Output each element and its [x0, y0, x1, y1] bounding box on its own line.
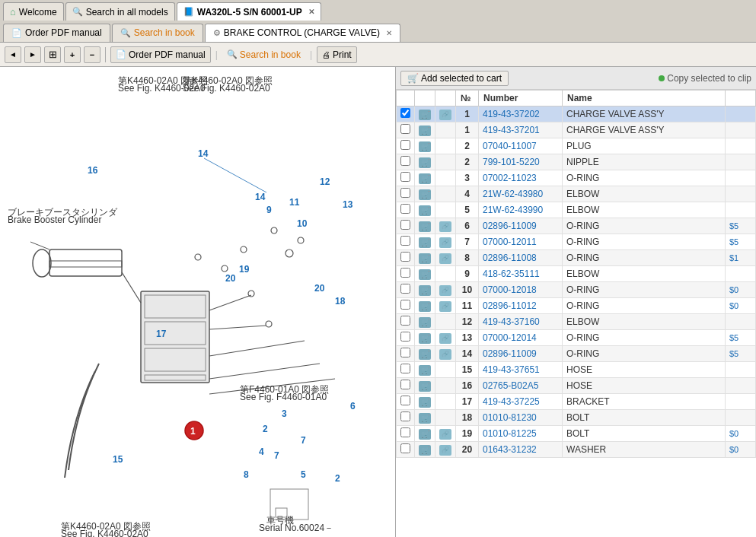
row-part-number[interactable]: 21W-62-43990	[479, 202, 563, 218]
row-cart-icon[interactable]: 🛒	[419, 317, 431, 328]
tab-machine-close[interactable]: ✕	[308, 8, 314, 16]
row-checkbox[interactable]	[400, 300, 410, 310]
row-part-number[interactable]: 21W-62-43980	[479, 186, 563, 202]
fit-btn[interactable]: ⊞	[44, 46, 61, 63]
search-book-toolbar-btn[interactable]: 🔍 Search in book	[222, 46, 305, 63]
row-checkbox[interactable]	[400, 427, 410, 437]
row-checkbox[interactable]	[400, 396, 410, 405]
row-link-icon[interactable]: 🔗	[439, 253, 451, 264]
row-part-number[interactable]: 02896-11009	[479, 218, 563, 234]
tab-brake-control-close[interactable]: ✕	[386, 29, 392, 37]
row-cart-icon[interactable]: 🛒	[419, 285, 431, 296]
row-part-number[interactable]: 02896-11008	[479, 250, 563, 266]
tab-order-pdf[interactable]: 📄 Order PDF manual	[3, 24, 110, 42]
row-checkbox[interactable]	[400, 252, 410, 262]
row-checkbox[interactable]	[400, 364, 410, 373]
row-checkbox[interactable]	[400, 316, 410, 326]
row-cart-icon[interactable]: 🛒	[419, 110, 431, 120]
row-checkbox[interactable]	[400, 268, 410, 278]
zoom-out-btn[interactable]: −	[84, 46, 100, 63]
tab-welcome[interactable]: ⌂ Welcome	[3, 2, 64, 21]
row-part-number[interactable]: 419-43-37202	[479, 106, 563, 122]
row-checkbox[interactable]	[400, 124, 410, 134]
diagram-image[interactable]: 第K4460-02A0 図参照 See Fig. K4460-02A0 第K44…	[0, 67, 395, 537]
row-cart-icon[interactable]: 🛒	[419, 349, 431, 360]
row-cart-icon[interactable]: 🛒	[419, 429, 431, 440]
row-part-number[interactable]: 07002-11023	[479, 170, 563, 186]
row-price	[726, 378, 756, 394]
row-link-icon[interactable]: 🔗	[439, 429, 451, 440]
row-cart-icon[interactable]: 🛒	[419, 301, 431, 312]
row-price: $0	[726, 442, 756, 458]
row-part-number[interactable]: 07000-12018	[479, 282, 563, 298]
row-cart-icon[interactable]: 🛒	[419, 141, 431, 152]
row-cart-icon[interactable]: 🛒	[419, 189, 431, 200]
parts-table-container[interactable]: № Number Name 🛒🔗1419-43-37202CHARGE VALV…	[396, 90, 756, 537]
row-cart-icon[interactable]: 🛒	[419, 173, 431, 184]
row-link-icon[interactable]: 🔗	[439, 110, 451, 120]
tab-machine[interactable]: 📘 WA320L-5 S/N 60001-UP ✕	[177, 2, 321, 21]
row-cart-icon[interactable]: 🛒	[419, 381, 431, 392]
copy-to-clip-btn[interactable]: Copy selected to clip	[659, 73, 751, 84]
row-cart-icon[interactable]: 🛒	[419, 365, 431, 376]
row-cart-icon[interactable]: 🛒	[419, 397, 431, 408]
row-part-number[interactable]: 02896-11009	[479, 346, 563, 362]
row-part-number[interactable]: 418-62-35111	[479, 266, 563, 282]
row-checkbox[interactable]	[400, 188, 410, 198]
row-checkbox[interactable]	[400, 108, 410, 118]
row-part-number[interactable]: 07000-12014	[479, 330, 563, 346]
row-cart-icon[interactable]: 🛒	[419, 413, 431, 424]
row-checkbox[interactable]	[400, 332, 410, 342]
row-part-number[interactable]: 07040-11007	[479, 138, 563, 154]
row-checkbox[interactable]	[400, 236, 410, 246]
tab-brake-control[interactable]: ⚙ BRAKE CONTROL (CHARGE VALVE) ✕	[205, 24, 400, 42]
print-icon: 🖨	[322, 50, 330, 59]
row-part-number[interactable]: 419-43-37160	[479, 314, 563, 330]
row-cart-icon[interactable]: 🛒	[419, 269, 431, 280]
row-cart-icon[interactable]: 🛒	[419, 126, 431, 136]
col-number: Number	[479, 91, 563, 106]
row-cart-icon[interactable]: 🛒	[419, 445, 431, 456]
row-cart-icon[interactable]: 🛒	[419, 253, 431, 264]
row-checkbox[interactable]	[400, 204, 410, 214]
row-link-icon[interactable]: 🔗	[439, 349, 451, 360]
order-pdf-btn[interactable]: 📄 Order PDF manual	[110, 46, 211, 63]
tab-all-models[interactable]: 🔍 Search in all models	[65, 2, 175, 21]
row-part-number[interactable]: 02765-B02A5	[479, 378, 563, 394]
row-cart-icon[interactable]: 🛒	[419, 157, 431, 168]
row-link-icon[interactable]: 🔗	[439, 237, 451, 248]
row-checkbox[interactable]	[400, 284, 410, 294]
row-part-number[interactable]: 419-43-37201	[479, 122, 563, 138]
row-link-icon[interactable]: 🔗	[439, 221, 451, 232]
row-cart-icon[interactable]: 🛒	[419, 205, 431, 216]
row-part-number[interactable]: 799-101-5220	[479, 154, 563, 170]
row-checkbox[interactable]	[400, 172, 410, 182]
row-part-number[interactable]: 01010-81230	[479, 410, 563, 426]
row-link-icon[interactable]: 🔗	[439, 301, 451, 312]
row-checkbox[interactable]	[400, 348, 410, 357]
row-part-number[interactable]: 01643-31232	[479, 442, 563, 458]
row-checkbox[interactable]	[400, 443, 410, 453]
row-link-icon[interactable]: 🔗	[439, 285, 451, 296]
row-checkbox[interactable]	[400, 140, 410, 150]
row-part-number[interactable]: 419-43-37651	[479, 362, 563, 378]
row-cart-icon[interactable]: 🛒	[419, 237, 431, 248]
row-checkbox[interactable]	[400, 220, 410, 230]
row-part-number[interactable]: 01010-81225	[479, 426, 563, 442]
add-to-cart-btn[interactable]: 🛒 Add selected to cart	[400, 71, 509, 86]
nav-back-btn[interactable]: ◄	[5, 46, 21, 63]
row-cart-icon[interactable]: 🛒	[419, 221, 431, 232]
nav-forward-btn[interactable]: ►	[24, 46, 41, 63]
row-checkbox[interactable]	[400, 380, 410, 389]
row-part-number[interactable]: 419-43-37225	[479, 394, 563, 410]
row-checkbox[interactable]	[400, 411, 410, 421]
row-part-number[interactable]: 02896-11012	[479, 298, 563, 314]
zoom-in-btn[interactable]: +	[64, 46, 81, 63]
row-part-number[interactable]: 07000-12011	[479, 234, 563, 250]
row-cart-icon[interactable]: 🛒	[419, 333, 431, 344]
tab-search-book[interactable]: 🔍 Search in book	[112, 24, 203, 42]
print-btn[interactable]: 🖨 Print	[317, 46, 357, 63]
row-link-icon[interactable]: 🔗	[439, 445, 451, 456]
row-checkbox[interactable]	[400, 156, 410, 166]
row-link-icon[interactable]: 🔗	[439, 333, 451, 344]
